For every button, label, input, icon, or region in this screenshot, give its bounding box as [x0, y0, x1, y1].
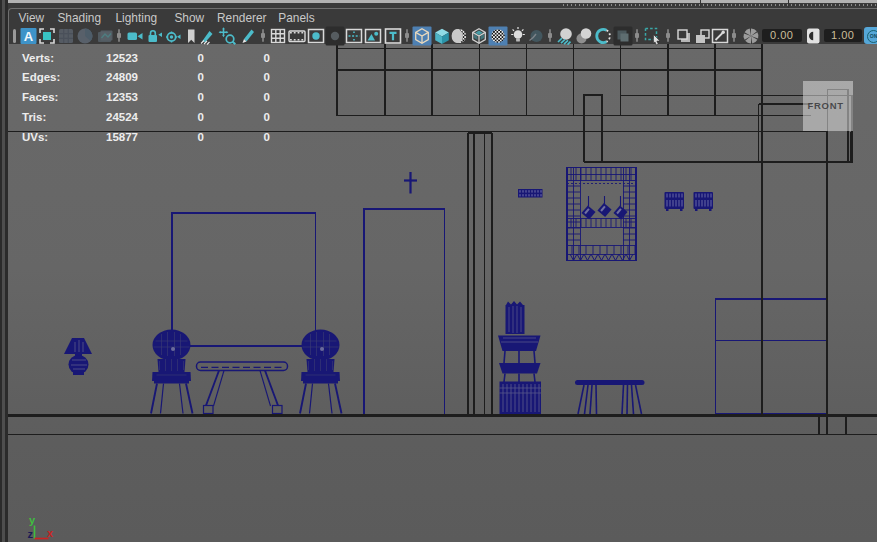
svg-text:z: z [28, 528, 34, 540]
svg-text:x: x [47, 527, 54, 539]
svg-text:A: A [23, 29, 33, 44]
svg-text:y: y [29, 514, 36, 526]
